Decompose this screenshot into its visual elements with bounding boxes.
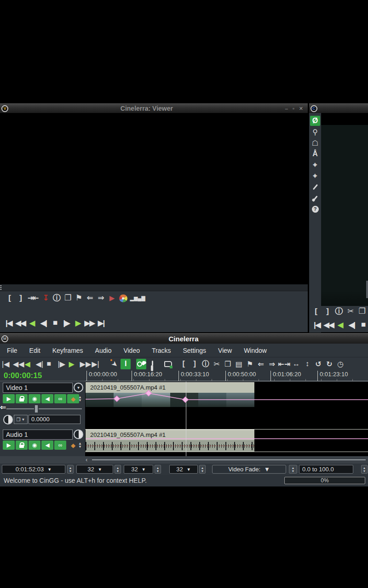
- copy-button[interactable]: ❐: [223, 359, 233, 369]
- cut-button[interactable]: ✂: [346, 306, 355, 317]
- track-height-dropdown[interactable]: 32▼: [169, 465, 198, 474]
- in-point-button[interactable]: [: [178, 359, 189, 369]
- stop-button[interactable]: ■: [358, 320, 368, 329]
- zoom-selection-button[interactable]: ↔: [291, 359, 301, 369]
- video-track-tumbler[interactable]: ▲▼: [78, 394, 82, 403]
- next-label-button[interactable]: ⇒: [267, 359, 277, 369]
- video-track-name-field[interactable]: Video 1: [3, 383, 73, 393]
- menu-video[interactable]: Video: [117, 347, 146, 354]
- arm-track-toggle[interactable]: [16, 441, 28, 450]
- master-track-toggle[interactable]: ◆: [67, 394, 79, 403]
- fast-reverse-button[interactable]: ◀◀: [323, 320, 334, 330]
- auto-zoom-tumbler[interactable]: ▲▼: [289, 465, 297, 474]
- compositor-canvas[interactable]: [321, 113, 368, 306]
- auto-type-dropdown[interactable]: Video Fade:▼: [212, 465, 286, 474]
- reverse-play-button[interactable]: ◀: [25, 360, 35, 368]
- stop-button[interactable]: ■: [50, 318, 60, 328]
- sample-zoom-tumbler[interactable]: ▲▼: [115, 465, 121, 474]
- out-point-button[interactable]: ]: [323, 306, 332, 317]
- next-label-button[interactable]: ⇒: [97, 293, 105, 304]
- fast-forward-button[interactable]: ▶▶: [84, 318, 94, 328]
- splice-button[interactable]: ⇥⇤: [28, 293, 39, 304]
- zoom-view-button[interactable]: ⚲: [310, 127, 320, 137]
- play-button[interactable]: ▶: [69, 360, 80, 368]
- generate-keyframes-button[interactable]: [136, 359, 146, 369]
- paste-button[interactable]: ▤: [234, 359, 244, 369]
- clip-info-button[interactable]: ⓘ: [201, 359, 211, 369]
- menu-keyframes[interactable]: Keyframes: [46, 347, 89, 354]
- gang-fader-toggle[interactable]: ∞: [54, 394, 66, 403]
- copy-button[interactable]: ❐: [64, 293, 72, 304]
- menu-audio[interactable]: Audio: [89, 347, 118, 354]
- reverse-play-button[interactable]: ◀: [27, 318, 37, 328]
- viewer-titlebar[interactable]: V Cinelerra: Viewer –▫✕: [0, 104, 308, 113]
- rewind-button[interactable]: |◀: [312, 320, 322, 330]
- viewer-canvas[interactable]: [0, 113, 308, 284]
- tool-info-button[interactable]: ?: [310, 204, 320, 214]
- lock-labels-button[interactable]: [163, 359, 173, 369]
- rewind-button[interactable]: |◀: [2, 360, 12, 368]
- sample-zoom-dropdown[interactable]: 32▼: [76, 465, 113, 474]
- video-fader-slider[interactable]: [6, 405, 82, 413]
- crop-tool-button[interactable]: [310, 182, 320, 192]
- frame-reverse-button[interactable]: ◀|: [38, 318, 48, 328]
- video-fader-handle[interactable]: [34, 405, 39, 413]
- horizontal-scrollbar[interactable]: [92, 459, 366, 460]
- eyedropper-button[interactable]: [310, 193, 320, 203]
- adjust-projector-button[interactable]: ⌖: [310, 171, 320, 181]
- compositor-scrollbar[interactable]: [366, 281, 368, 298]
- auto-range-tumbler[interactable]: ▲▼: [361, 465, 368, 474]
- arm-track-toggle[interactable]: [16, 394, 28, 403]
- duration-zoom-dropdown[interactable]: 0:01:52:03▼: [2, 465, 65, 474]
- adjust-camera-button[interactable]: ⌖: [310, 160, 320, 170]
- frame-forward-button[interactable]: |▶: [58, 360, 69, 368]
- auto-range-field[interactable]: 0.0 to 100.0: [299, 465, 353, 474]
- cut-and-paste-mode-button[interactable]: I: [121, 359, 131, 369]
- play-button[interactable]: ▶: [73, 318, 83, 328]
- cut-button[interactable]: ✂: [212, 359, 222, 369]
- color-wheel-icon[interactable]: [119, 294, 127, 302]
- in-point-button[interactable]: [: [312, 306, 320, 317]
- redo-button[interactable]: ↻: [324, 359, 334, 369]
- copy-button[interactable]: ❐: [358, 306, 366, 317]
- menu-view[interactable]: View: [212, 347, 238, 354]
- audio-track-name-field[interactable]: Audio 1: [3, 430, 73, 440]
- timeline-ruler[interactable]: 0:00:00:000:00:16:200:00:33:100:00:50:00…: [85, 370, 368, 381]
- frame-forward-button[interactable]: |▶: [61, 318, 71, 328]
- audio-track-tumbler[interactable]: ▲▼: [78, 441, 82, 450]
- end-button[interactable]: ▶|: [92, 360, 102, 368]
- toggle-label-button[interactable]: ⚑: [75, 293, 83, 304]
- menu-file[interactable]: File: [1, 347, 23, 354]
- mute-track-toggle[interactable]: ◀: [41, 394, 53, 403]
- reverse-play-button[interactable]: ◀: [335, 320, 345, 330]
- clip-info-button[interactable]: ⓘ: [53, 293, 61, 304]
- prev-label-button[interactable]: ⇐: [256, 359, 266, 369]
- frame-reverse-button[interactable]: ◀|: [346, 320, 356, 330]
- menu-window[interactable]: Window: [238, 347, 273, 354]
- fast-reverse-button[interactable]: ◀◀: [15, 318, 25, 328]
- out-point-button[interactable]: ]: [17, 293, 25, 304]
- manual-goto-button[interactable]: ◷: [335, 359, 345, 369]
- play-track-toggle[interactable]: ▶: [3, 441, 15, 450]
- span-keyframes-button[interactable]: [147, 359, 157, 369]
- stop-button[interactable]: ■: [47, 360, 58, 368]
- drag-and-drop-mode-button[interactable]: ➤: [109, 359, 120, 369]
- safe-regions-button[interactable]: [310, 215, 320, 225]
- prev-label-button[interactable]: ⇐: [86, 293, 94, 304]
- draw-media-toggle[interactable]: ◉: [29, 441, 40, 450]
- ruler-tool-button[interactable]: Å: [310, 149, 320, 159]
- video-fader-value-field[interactable]: 0.0000: [29, 415, 80, 424]
- fast-forward-button[interactable]: ▶▶: [80, 360, 92, 368]
- clip-info-button[interactable]: ⓘ: [335, 306, 343, 317]
- end-button[interactable]: ▶|: [96, 318, 106, 328]
- close-button[interactable]: ✕: [299, 106, 303, 112]
- minimize-button[interactable]: –: [285, 106, 288, 112]
- play-region-icon[interactable]: ▶: [108, 293, 116, 304]
- amplitude-zoom-dropdown[interactable]: 32▼: [124, 465, 153, 474]
- menu-tracks[interactable]: Tracks: [146, 347, 177, 354]
- overlay-mode-dropdown[interactable]: ❐▼: [14, 415, 28, 424]
- compositor-titlebar[interactable]: C: [309, 104, 368, 113]
- gang-fader-toggle[interactable]: ∞: [54, 441, 66, 450]
- menu-edit[interactable]: Edit: [23, 347, 46, 354]
- play-track-toggle[interactable]: ▶: [3, 394, 15, 403]
